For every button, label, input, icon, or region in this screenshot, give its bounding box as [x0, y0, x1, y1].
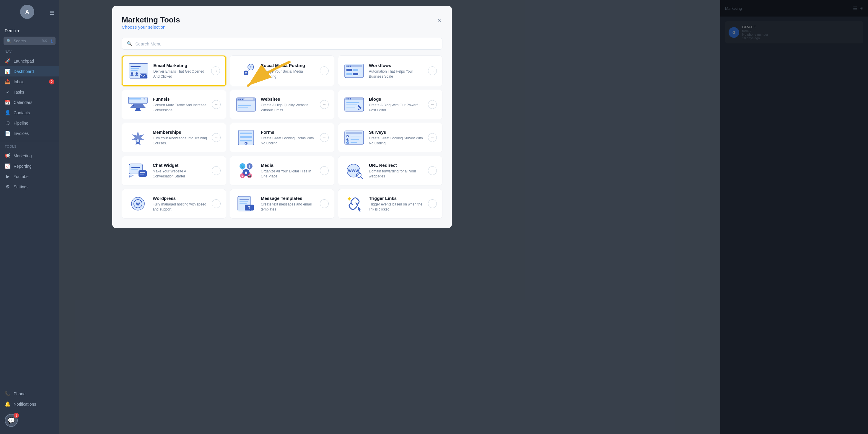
tool-card-workflows[interactable]: Workflows Automation That Helps Your Bus…	[338, 56, 442, 86]
sidebar-item-label: Launchpad	[13, 59, 34, 63]
modal-subtitle: Choose your selection	[122, 25, 180, 30]
email-marketing-icon	[128, 62, 149, 80]
svg-text:W: W	[136, 202, 140, 206]
tool-card-social-media[interactable]: # ❤ Social Media Posting Manage Your Soc…	[230, 56, 334, 86]
modal-title: Marketing Tools	[122, 16, 180, 25]
svg-marker-85	[358, 206, 361, 212]
tool-arrow[interactable]: →	[211, 66, 220, 75]
forms-icon	[236, 129, 257, 146]
sidebar-item-tasks[interactable]: ✓ Tasks	[0, 87, 59, 97]
sidebar-item-reporting[interactable]: 📈 Reporting	[0, 161, 59, 171]
svg-rect-19	[353, 73, 358, 75]
tool-arrow[interactable]: →	[212, 133, 221, 142]
sidebar-item-label: Dashboard	[13, 69, 34, 74]
svg-text:📷: 📷	[248, 174, 252, 178]
sidebar-item-pipeline[interactable]: ⬡ Pipeline	[0, 118, 59, 128]
svg-rect-45	[240, 136, 252, 138]
svg-text:❤: ❤	[245, 72, 247, 75]
invoices-icon: 📄	[5, 130, 11, 136]
tool-card-memberships[interactable]: Memberships Turn Your Knowledge Into Tra…	[122, 123, 226, 152]
modal-close-button[interactable]: ×	[436, 16, 442, 25]
svg-point-27	[242, 99, 243, 100]
tool-arrow[interactable]: →	[428, 100, 437, 109]
sidebar-item-contacts[interactable]: 👤 Contacts	[0, 107, 59, 118]
search-placeholder: Search Menu	[135, 41, 161, 46]
svg-text:▶: ▶	[242, 175, 244, 178]
svg-rect-46	[240, 140, 252, 142]
svg-text:T: T	[248, 206, 250, 209]
modal-header: Marketing Tools Choose your selection ×	[122, 16, 442, 35]
svg-point-26	[240, 99, 241, 100]
tool-name: Forms	[261, 130, 316, 135]
tool-card-wordpress[interactable]: W Wordpress Fully managed hosting with s…	[122, 189, 226, 218]
tool-card-media[interactable]: 🐦 f ▶ 📷	[230, 156, 334, 185]
pipeline-icon: ⬡	[5, 120, 11, 126]
tool-card-blogs[interactable]: Blogs Create A Blog With Our Powerful Po…	[338, 90, 442, 119]
tool-card-funnels[interactable]: Funnels Convert More Traffic And Increas…	[122, 90, 226, 119]
svg-point-54	[346, 142, 349, 144]
sidebar-item-inbox[interactable]: 📥 Inbox 0	[0, 76, 59, 87]
svg-text:#: #	[250, 66, 252, 69]
tool-arrow[interactable]: →	[212, 199, 221, 208]
tool-desc: Make Your Website A Conversation Starter	[153, 169, 208, 179]
contacts-icon: 👤	[5, 110, 11, 116]
hamburger-icon[interactable]: ☰	[50, 10, 54, 16]
tool-card-message-templates[interactable]: T Message Templates Create text messages…	[230, 189, 334, 218]
tool-card-chat-widget[interactable]: Chat Widget Make Your Website A Conversa…	[122, 156, 226, 185]
tool-arrow[interactable]: →	[320, 166, 329, 175]
sidebar-item-youtube[interactable]: ▶ Youtube	[0, 171, 59, 182]
sidebar-item-launchpad[interactable]: 🚀 Launchpad	[0, 56, 59, 66]
svg-point-25	[238, 99, 240, 100]
search-icon: 🔍	[127, 41, 132, 46]
chat-widget-icon	[127, 162, 149, 179]
tool-card-websites[interactable]: Websites Create A High Quality Website W…	[230, 90, 334, 119]
trigger-links-icon	[343, 195, 365, 212]
sidebar-demo-selector[interactable]: Demo ▾	[0, 26, 59, 35]
modal-search-bar[interactable]: 🔍 Search Menu	[122, 38, 442, 50]
sidebar-item-dashboard[interactable]: 📊 Dashboard	[0, 66, 59, 76]
tool-arrow[interactable]: →	[428, 133, 437, 142]
sidebar-item-notifications[interactable]: 🔔 Notifications	[0, 399, 59, 409]
tool-arrow[interactable]: →	[212, 100, 221, 109]
tool-arrow[interactable]: →	[320, 100, 329, 109]
sidebar-item-settings[interactable]: ⚙ Settings	[0, 182, 59, 192]
social-media-icon: # ❤	[236, 62, 257, 80]
tool-card-email-marketing[interactable]: Email Marketing Deliver Emails That Get …	[122, 56, 226, 86]
tool-card-surveys[interactable]: Surveys Create Great Looking Survey With…	[338, 123, 442, 152]
svg-rect-17	[353, 69, 358, 71]
tool-card-url-redirect[interactable]: WWW URL Redirect Domain forwarding for a…	[338, 156, 442, 185]
tool-card-trigger-links[interactable]: Trigger Links Trigger events based on wh…	[338, 189, 442, 218]
sidebar-section-nav: Nav	[0, 49, 59, 55]
chat-widget-button[interactable]: 💬 1	[5, 414, 18, 427]
sidebar-item-calendars[interactable]: 📅 Calendars	[0, 97, 59, 107]
tool-name: Trigger Links	[369, 196, 424, 201]
tool-arrow[interactable]: →	[320, 199, 329, 208]
search-label: Search	[13, 39, 26, 43]
inbox-badge: 0	[49, 79, 54, 85]
sidebar-item-label: Youtube	[13, 174, 29, 179]
sidebar-search[interactable]: 🔍 Search ⌘K ℹ	[4, 37, 56, 45]
svg-point-35	[348, 98, 349, 99]
phone-icon: 📞	[5, 391, 11, 397]
sidebar-item-phone[interactable]: 📞 Phone	[0, 389, 59, 399]
tool-arrow[interactable]: →	[212, 166, 221, 175]
tool-desc: Fully managed hosting with speed and sup…	[153, 202, 208, 212]
tool-arrow[interactable]: →	[428, 199, 437, 208]
tool-arrow[interactable]: →	[320, 133, 329, 142]
launchpad-icon: 🚀	[5, 58, 11, 64]
sidebar-item-label: Inbox	[13, 80, 24, 84]
tool-arrow[interactable]: →	[428, 166, 437, 175]
tool-arrow[interactable]: →	[428, 66, 437, 75]
svg-point-22	[144, 98, 145, 99]
tool-name: URL Redirect	[369, 163, 424, 168]
notifications-icon: 🔔	[5, 401, 11, 407]
tool-card-forms[interactable]: Forms Create Great Looking Forms With No…	[230, 123, 334, 152]
sidebar-item-marketing[interactable]: 📢 Marketing	[0, 151, 59, 161]
svg-rect-18	[346, 73, 352, 75]
sidebar-item-label: Marketing	[13, 154, 32, 158]
message-templates-icon: T	[236, 195, 257, 212]
sidebar-item-invoices[interactable]: 📄 Invoices	[0, 128, 59, 138]
search-shortcut: ⌘K	[40, 38, 49, 43]
calendars-icon: 📅	[5, 99, 11, 105]
tool-arrow[interactable]: →	[320, 66, 329, 75]
